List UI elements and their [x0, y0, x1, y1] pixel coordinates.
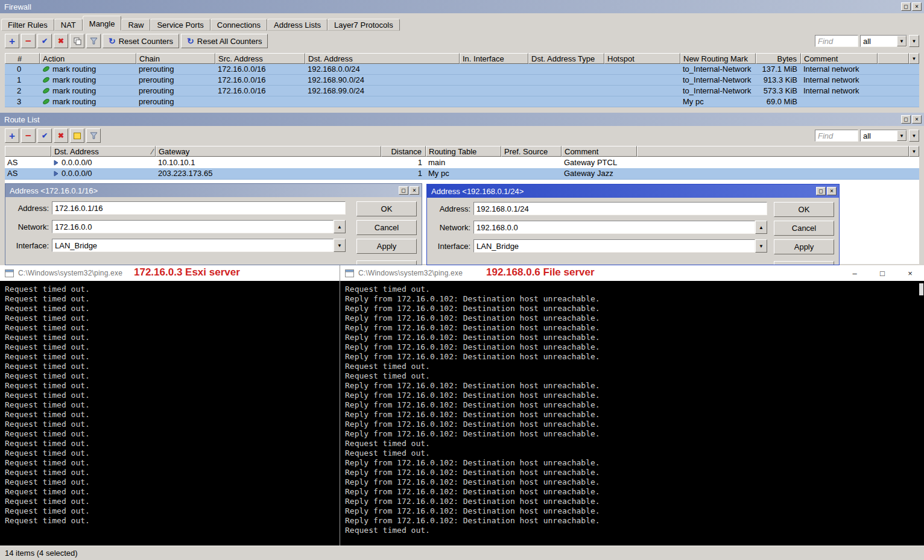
- cancel-button[interactable]: Cancel: [356, 220, 417, 235]
- column-header-pref-source[interactable]: Pref. Source: [501, 146, 562, 157]
- maximize-button[interactable]: □: [399, 186, 408, 195]
- terminal-line: Request timed out.: [5, 342, 340, 352]
- column-header-gateway[interactable]: Gateway: [156, 146, 381, 157]
- close-button[interactable]: ×: [912, 115, 922, 124]
- find-input[interactable]: [815, 35, 858, 47]
- route-row[interactable]: AS 0.0.0.0/0 203.223.173.65 1 My pc Gate…: [5, 168, 919, 180]
- close-button[interactable]: ×: [410, 186, 419, 195]
- ok-button[interactable]: OK: [356, 201, 417, 216]
- maximize-button[interactable]: □: [901, 115, 911, 124]
- filter-button[interactable]: [86, 34, 101, 48]
- cell-chain: prerouting: [136, 64, 215, 74]
- column-header-new-routing-mark[interactable]: New Routing Mark: [680, 53, 756, 64]
- terminal-line: Reply from 172.16.0.102: Destination hos…: [345, 342, 924, 352]
- firewall-rule-row[interactable]: 1 mark routing prerouting 172.16.0.0/16 …: [5, 75, 919, 86]
- network-up-button[interactable]: ▲: [755, 221, 767, 234]
- firewall-titlebar[interactable]: Firewall □ ×: [0, 0, 924, 13]
- firewall-rule-row[interactable]: 3 mark routing prerouting: [5, 96, 919, 107]
- maximize-button[interactable]: □: [869, 265, 896, 281]
- add-button[interactable]: +: [5, 128, 19, 143]
- filter-button[interactable]: [86, 128, 101, 143]
- column-select-button[interactable]: ▼: [909, 53, 919, 64]
- maximize-button[interactable]: □: [901, 2, 911, 11]
- enable-button[interactable]: ✔: [37, 34, 52, 48]
- column-header-routing-table[interactable]: Routing Table: [426, 146, 501, 157]
- network-up-button[interactable]: ▲: [334, 220, 346, 233]
- cancel-button[interactable]: Cancel: [774, 221, 834, 236]
- scope-select[interactable]: all ▼: [860, 130, 907, 142]
- interface-field[interactable]: [52, 239, 334, 252]
- column-header-in-interface[interactable]: In. Interface: [460, 53, 528, 64]
- address-field[interactable]: [473, 202, 767, 215]
- close-button[interactable]: ×: [912, 2, 922, 11]
- column-header-chain[interactable]: Chain: [136, 53, 215, 64]
- interface-down-button[interactable]: ▼: [334, 239, 346, 252]
- firewall-rule-row[interactable]: 2 mark routing prerouting 172.16.0.0/16 …: [5, 86, 919, 96]
- close-button[interactable]: ×: [827, 187, 837, 195]
- enable-button[interactable]: ✔: [37, 128, 52, 143]
- tab-raw[interactable]: Raw: [121, 19, 150, 31]
- column-header-dst-address[interactable]: Dst. Address: [305, 53, 460, 64]
- tab-nat[interactable]: NAT: [54, 19, 83, 31]
- column-header-comment[interactable]: Comment: [562, 146, 637, 157]
- network-field[interactable]: [52, 220, 334, 233]
- cut-off-button[interactable]: [356, 260, 417, 265]
- remove-button[interactable]: −: [21, 128, 36, 143]
- maximize-button[interactable]: □: [816, 187, 826, 195]
- cell-dst-address-type: [528, 86, 604, 96]
- dialog-titlebar[interactable]: Address <172.16.0.1/16> □ ×: [5, 184, 422, 197]
- apply-button[interactable]: Apply: [356, 239, 417, 254]
- window-title: Firewall: [4, 2, 900, 11]
- column-header-distance[interactable]: Distance: [381, 146, 426, 157]
- interface-down-button[interactable]: ▼: [755, 239, 767, 253]
- column-header-flags[interactable]: [5, 146, 51, 157]
- ok-button[interactable]: OK: [774, 202, 834, 217]
- apply-button[interactable]: Apply: [774, 239, 834, 254]
- route-row[interactable]: AS 0.0.0.0/0 10.10.10.1 1 main Gateway P…: [5, 157, 919, 168]
- terminal-line: Reply from 172.16.0.102: Destination hos…: [345, 429, 924, 439]
- interface-field[interactable]: [473, 239, 755, 253]
- view-options-button[interactable]: ▼: [909, 35, 919, 47]
- column-header-dst-address[interactable]: Dst. Address ∕: [51, 146, 156, 157]
- disable-button[interactable]: ✖: [54, 128, 68, 143]
- tab-connections[interactable]: Connections: [210, 19, 267, 31]
- terminal-line: Reply from 172.16.0.102: Destination hos…: [345, 516, 924, 526]
- close-button[interactable]: ×: [896, 265, 924, 281]
- column-header-bytes[interactable]: Bytes: [756, 53, 801, 64]
- terminal-line: Request timed out.: [5, 352, 340, 362]
- comment-button[interactable]: [70, 128, 84, 143]
- column-header-action[interactable]: Action: [40, 53, 136, 64]
- column-header-src-address[interactable]: Src. Address: [215, 53, 305, 64]
- scope-select[interactable]: all ▼: [860, 35, 907, 47]
- reset-counters-button[interactable]: ↻ Reset Counters: [103, 34, 179, 48]
- disable-button[interactable]: ✖: [54, 34, 68, 48]
- column-header-hotspot[interactable]: Hotspot: [604, 53, 680, 64]
- dialog-titlebar[interactable]: Address <192.168.0.1/24> □ ×: [427, 184, 839, 198]
- tab-layer7-protocols[interactable]: Layer7 Protocols: [328, 19, 400, 31]
- route-list-titlebar[interactable]: Route List □ ×: [0, 113, 924, 126]
- scrollbar-thumb[interactable]: [919, 283, 923, 295]
- add-button[interactable]: +: [5, 34, 19, 48]
- minimize-button[interactable]: –: [841, 265, 869, 281]
- remove-button[interactable]: −: [21, 34, 36, 48]
- view-options-button[interactable]: ▼: [909, 130, 919, 142]
- tab-service-ports[interactable]: Service Ports: [150, 19, 210, 31]
- reset-all-counters-button[interactable]: ↻ Reset All Counters: [181, 34, 268, 48]
- terminal-line: Request timed out.: [5, 371, 340, 381]
- copy-button[interactable]: [70, 34, 84, 48]
- address-field[interactable]: [52, 201, 346, 215]
- tab-address-lists[interactable]: Address Lists: [267, 19, 328, 31]
- tab-mangle[interactable]: Mangle: [83, 16, 122, 31]
- column-header-dst-address-type[interactable]: Dst. Address Type: [528, 53, 604, 64]
- column-header-number[interactable]: #: [5, 53, 40, 64]
- firewall-rule-row[interactable]: 0 mark routing prerouting 172.16.0.0/16 …: [5, 64, 919, 75]
- cut-off-button[interactable]: [774, 261, 834, 265]
- tab-filter-rules[interactable]: Filter Rules: [1, 19, 54, 31]
- network-field[interactable]: [473, 221, 755, 234]
- find-input[interactable]: [815, 130, 858, 142]
- column-select-button[interactable]: ▼: [909, 146, 919, 157]
- column-header-comment[interactable]: Comment: [801, 53, 878, 64]
- terminal-titlebar[interactable]: C:\Windows\system32\ping.exe 172.16.0.3 …: [0, 265, 340, 281]
- terminal-titlebar[interactable]: C:\Windows\system32\ping.exe 192.168.0.6…: [340, 265, 924, 281]
- terminal-line: Reply from 172.16.0.102: Destination hos…: [345, 506, 924, 516]
